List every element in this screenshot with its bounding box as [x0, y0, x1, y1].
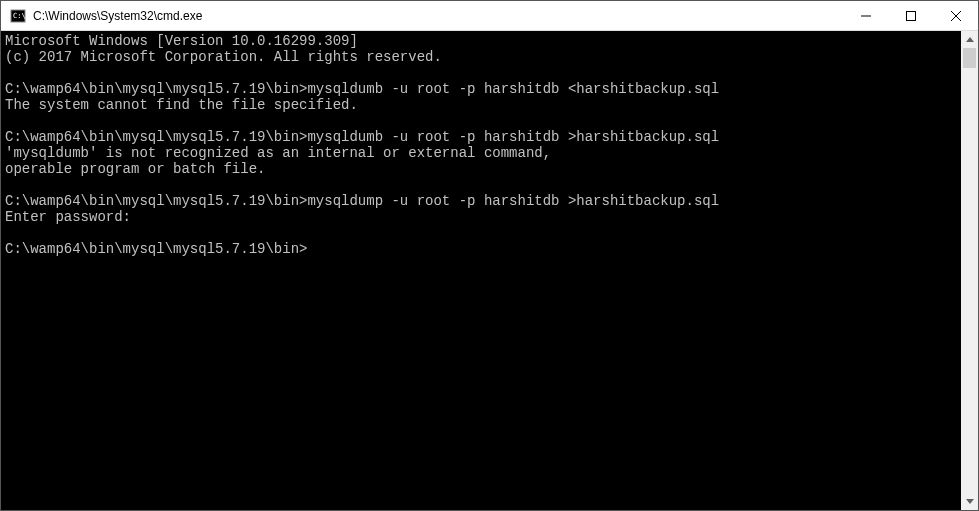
- scrollbar-thumb[interactable]: [963, 48, 976, 68]
- console-output[interactable]: Microsoft Windows [Version 10.0.16299.30…: [1, 31, 961, 510]
- minimize-button[interactable]: [843, 1, 888, 30]
- titlebar[interactable]: C:\ C:\Windows\System32\cmd.exe: [1, 1, 978, 31]
- close-button[interactable]: [933, 1, 978, 30]
- svg-text:C:\: C:\: [13, 12, 26, 20]
- maximize-button[interactable]: [888, 1, 933, 30]
- scrollbar-track[interactable]: [961, 48, 978, 493]
- cmd-icon: C:\: [9, 7, 27, 25]
- window-title: C:\Windows\System32\cmd.exe: [33, 9, 843, 23]
- scroll-up-button[interactable]: [961, 31, 978, 48]
- console-wrap: Microsoft Windows [Version 10.0.16299.30…: [1, 31, 978, 510]
- scroll-down-button[interactable]: [961, 493, 978, 510]
- vertical-scrollbar[interactable]: [961, 31, 978, 510]
- svg-rect-3: [906, 11, 915, 20]
- window-controls: [843, 1, 978, 30]
- cmd-window: C:\ C:\Windows\System32\cmd.exe Microsof…: [0, 0, 979, 511]
